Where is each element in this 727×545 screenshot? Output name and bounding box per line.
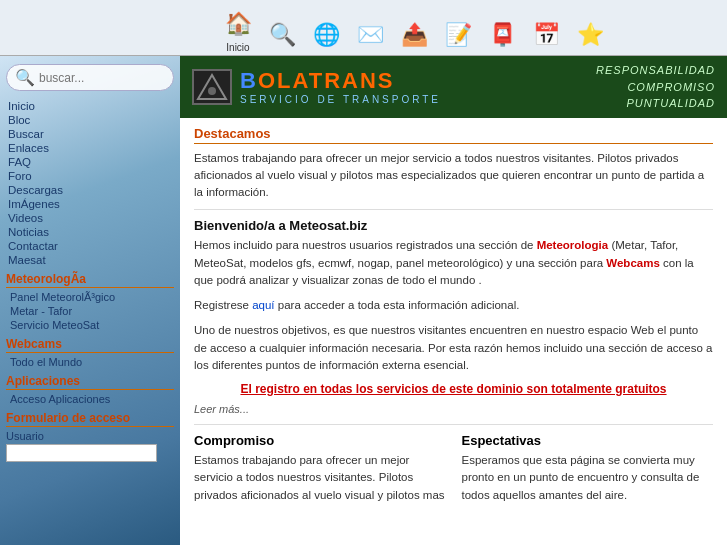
tagline-line-3: Puntualidad [596, 95, 715, 112]
sidebar-link-foro[interactable]: Foro [6, 169, 174, 183]
link-aqui[interactable]: aquí [252, 299, 274, 311]
banner-logo: BOLATRANS SERVICIO DE TRANSPORTE [192, 68, 441, 105]
sidebar-link-videos[interactable]: Videos [6, 211, 174, 225]
upload-nav-item[interactable]: 📤 [396, 17, 432, 53]
upload-icon: 📤 [396, 17, 432, 53]
star-nav-item[interactable]: ⭐ [572, 17, 608, 53]
sidebar-link-panel[interactable]: Panel MeteorolÃ³gico [6, 290, 174, 304]
link-meteorologia[interactable]: Meteorologia [537, 239, 609, 251]
sidebar-link-acceso-app[interactable]: Acceso Aplicaciones [6, 392, 174, 406]
section-formulario-title: Formulario de acceso [6, 411, 174, 427]
search-input[interactable] [39, 71, 139, 85]
search-nav-item[interactable]: 🔍 [264, 17, 300, 53]
edit-nav-item[interactable]: 📝 [440, 17, 476, 53]
sidebar-link-todo-mundo[interactable]: Todo el Mundo [6, 355, 174, 369]
sidebar-link-faq[interactable]: FAQ [6, 155, 174, 169]
sidebar-link-maesat[interactable]: Maesat [6, 253, 174, 267]
sidebar-link-noticias[interactable]: Noticias [6, 225, 174, 239]
two-column-section: Compromiso Estamos trabajando para ofrec… [194, 433, 713, 512]
search-icon: 🔍 [15, 68, 35, 87]
link-webcams[interactable]: Webcams [606, 257, 659, 269]
edit-icon: 📝 [440, 17, 476, 53]
expectativas-title: Espectativas [462, 433, 714, 448]
home-nav-item[interactable]: 🏠 Inicio [220, 6, 256, 53]
bienvenido-title: Bienvenido/a a Meteosat.biz [194, 218, 713, 233]
calendar-nav-item[interactable]: 📅 [528, 17, 564, 53]
banner-brand: BOLATRANS [240, 68, 441, 94]
brand-rest: OLATRANS [258, 68, 395, 93]
sidebar-link-metar[interactable]: Metar - Tafor [6, 304, 174, 318]
sidebar-link-bloc[interactable]: Bloc [6, 113, 174, 127]
star-icon: ⭐ [572, 17, 608, 53]
stamp-nav-item[interactable]: 📮 [484, 17, 520, 53]
compromiso-title: Compromiso [194, 433, 446, 448]
content-area: BOLATRANS SERVICIO DE TRANSPORTE Respons… [180, 56, 727, 545]
sidebar-link-imagenes[interactable]: ImÁgenes [6, 197, 174, 211]
main-layout: 🔍 Inicio Bloc Buscar Enlaces FAQ Foro De… [0, 56, 727, 545]
home-icon: 🏠 [220, 6, 256, 42]
expectativas-col: Espectativas Esperamos que esta página s… [462, 433, 714, 512]
section-meteorologia-title: MeteorologÃ­a [6, 272, 174, 288]
sidebar-link-buscar[interactable]: Buscar [6, 127, 174, 141]
mail-icon: ✉️ [352, 17, 388, 53]
banner-sub: SERVICIO DE TRANSPORTE [240, 94, 441, 105]
usuario-label: Usuario [6, 430, 174, 442]
divider-1 [194, 209, 713, 210]
globe-icon: 🌐 [308, 17, 344, 53]
sidebar-link-descargas[interactable]: Descargas [6, 183, 174, 197]
svg-point-2 [208, 87, 216, 95]
top-navigation: 🏠 Inicio 🔍 🌐 ✉️ 📤 📝 📮 📅 ⭐ [0, 0, 727, 56]
divider-2 [194, 424, 713, 425]
tagline-line-1: Responsabilidad [596, 62, 715, 79]
brand-b: B [240, 68, 258, 93]
home-label: Inicio [226, 42, 249, 53]
banner-text: BOLATRANS SERVICIO DE TRANSPORTE [240, 68, 441, 105]
banner-logo-icon [192, 69, 232, 105]
compromiso-col: Compromiso Estamos trabajando para ofrec… [194, 433, 446, 512]
leer-mas-link[interactable]: Leer más... [194, 403, 249, 415]
bienvenido-text: Hemos incluido para nuestros usuarios re… [194, 237, 713, 289]
highlight-msg[interactable]: El registro en todas los servicios de es… [194, 382, 713, 396]
calendar-icon: 📅 [528, 17, 564, 53]
search-globe-icon: 🔍 [264, 17, 300, 53]
tagline-line-2: Compromiso [596, 79, 715, 96]
usuario-input[interactable] [6, 444, 157, 462]
sidebar-link-contactar[interactable]: Contactar [6, 239, 174, 253]
mail-nav-item[interactable]: ✉️ [352, 17, 388, 53]
content-body: Destacamos Estamos trabajando para ofrec… [180, 118, 727, 546]
sidebar-link-meteosat[interactable]: Servicio MeteoSat [6, 318, 174, 332]
destacamos-text: Estamos trabajando para ofrecer un mejor… [194, 150, 713, 202]
search-box: 🔍 [6, 64, 174, 91]
destacamos-title: Destacamos [194, 126, 713, 144]
objetivo-text: Uno de nuestros objetivos, es que nuestr… [194, 322, 713, 374]
registrese-text: Registrese aquí para acceder a toda esta… [194, 297, 713, 314]
sidebar-link-enlaces[interactable]: Enlaces [6, 141, 174, 155]
sidebar-link-inicio[interactable]: Inicio [6, 99, 174, 113]
compromiso-text: Estamos trabajando para ofrecer un mejor… [194, 452, 446, 504]
expectativas-text: Esperamos que esta página se convierta m… [462, 452, 714, 504]
section-aplicaciones-title: Aplicaciones [6, 374, 174, 390]
globe-nav-item[interactable]: 🌐 [308, 17, 344, 53]
sidebar: 🔍 Inicio Bloc Buscar Enlaces FAQ Foro De… [0, 56, 180, 545]
section-webcams-title: Webcams [6, 337, 174, 353]
banner: BOLATRANS SERVICIO DE TRANSPORTE Respons… [180, 56, 727, 118]
banner-tagline: Responsabilidad Compromiso Puntualidad [596, 62, 715, 112]
stamp-icon: 📮 [484, 17, 520, 53]
